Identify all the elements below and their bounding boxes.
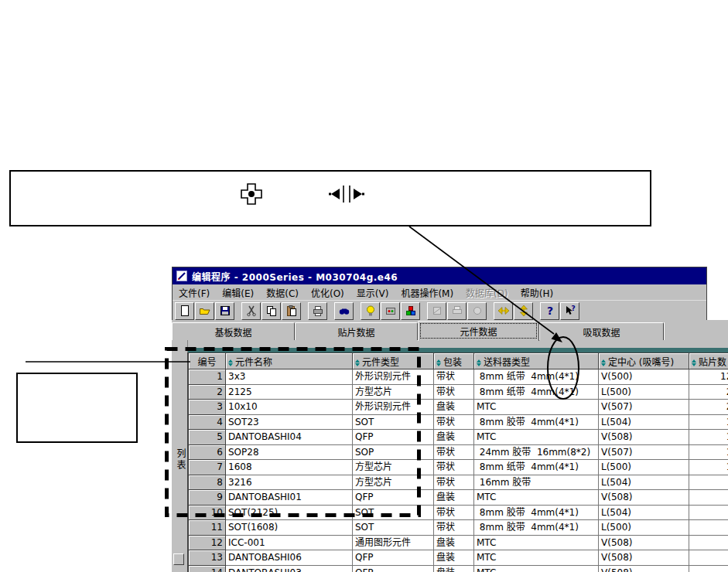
column-header[interactable]: 元件名称 bbox=[226, 353, 353, 369]
table-cell[interactable]: 9 bbox=[689, 490, 728, 506]
tab-pickup-data[interactable]: 吸取数据 bbox=[539, 322, 664, 340]
list-strip-button[interactable] bbox=[173, 553, 184, 565]
table-cell[interactable]: 带状 bbox=[434, 369, 474, 385]
menu-optimize[interactable]: 优化(O) bbox=[305, 285, 350, 300]
table-cell[interactable]: L(504) bbox=[599, 414, 689, 430]
table-cell[interactable]: L(504) bbox=[599, 475, 689, 490]
table-cell[interactable]: 8mm 纸带 4mm(4*1) bbox=[474, 369, 599, 385]
table-cell[interactable]: SOP bbox=[353, 444, 434, 460]
table-cell[interactable]: DANTOBASHI01 bbox=[226, 490, 353, 506]
table-cell[interactable]: MTC bbox=[474, 400, 599, 415]
table-cell[interactable]: 8mm 胶带 4mm(4*1) bbox=[474, 414, 599, 430]
column-header[interactable]: 定中心 (吸嘴号) bbox=[599, 353, 689, 369]
table-cell[interactable]: 124 bbox=[689, 369, 728, 385]
open-folder-icon[interactable] bbox=[195, 302, 214, 320]
menu-machine[interactable]: 机器操作(M) bbox=[395, 285, 460, 300]
table-cell[interactable]: 带状 bbox=[434, 384, 474, 400]
table-cell[interactable]: QFP bbox=[353, 565, 434, 572]
table-cell[interactable]: L(500) bbox=[599, 520, 689, 536]
table-cell[interactable]: V(508) bbox=[599, 490, 689, 506]
table-cell[interactable]: 方型芯片 bbox=[353, 475, 434, 490]
table-cell[interactable]: 盘装 bbox=[434, 490, 474, 506]
context-help-icon[interactable]: ? bbox=[560, 302, 579, 320]
table-cell[interactable]: QFP bbox=[353, 490, 434, 506]
table-cell[interactable]: MTC bbox=[474, 535, 599, 550]
table-cell[interactable]: SOT(1608) bbox=[226, 520, 353, 536]
row-number-cell[interactable]: 3 bbox=[189, 400, 226, 415]
table-cell[interactable]: 8mm 纸带 4mm(4*1) bbox=[474, 460, 599, 475]
menu-view[interactable]: 显示(V) bbox=[350, 285, 395, 300]
table-cell[interactable]: 外形识别元件 bbox=[353, 369, 434, 385]
swap-vertical-icon[interactable] bbox=[514, 302, 533, 320]
find-icon[interactable] bbox=[334, 302, 354, 320]
table-cell[interactable]: 通用图形元件 bbox=[353, 535, 434, 550]
table-cell[interactable]: V(500) bbox=[599, 369, 689, 385]
column-header[interactable]: 包装 bbox=[434, 353, 474, 369]
table-cell[interactable]: V(507) bbox=[599, 444, 689, 460]
table-cell[interactable]: 16mm 胶带 bbox=[474, 475, 599, 490]
table-cell[interactable]: SOP28 bbox=[226, 444, 353, 460]
row-number-cell[interactable]: 2 bbox=[189, 384, 226, 400]
table-cell[interactable]: 27 bbox=[689, 384, 728, 400]
row-number-cell[interactable]: 10 bbox=[189, 505, 226, 520]
table-cell[interactable]: 带状 bbox=[434, 520, 474, 536]
tab-component-data[interactable]: 元件数据 bbox=[418, 321, 539, 341]
row-number-cell[interactable]: 14 bbox=[189, 565, 226, 572]
tab-board-data[interactable]: 基板数据 bbox=[172, 322, 295, 340]
table-cell[interactable]: V(507) bbox=[599, 400, 689, 415]
table-cell[interactable]: 12 bbox=[689, 414, 728, 430]
table-cell[interactable]: 8 bbox=[689, 565, 728, 572]
table-cell[interactable]: QFP bbox=[353, 550, 434, 566]
table-cell[interactable]: L(504) bbox=[599, 505, 689, 520]
table-cell[interactable]: 8mm 胶带 4mm(4*1) bbox=[474, 520, 599, 536]
table-cell[interactable]: 2125 bbox=[226, 384, 353, 400]
paste-icon[interactable] bbox=[282, 302, 301, 320]
help-icon[interactable]: ? bbox=[540, 302, 559, 320]
table-cell[interactable]: 盘装 bbox=[434, 535, 474, 550]
table-cell[interactable]: MTC bbox=[474, 550, 599, 566]
table-cell[interactable]: 20 bbox=[689, 400, 728, 415]
table-cell[interactable]: SOT23 bbox=[226, 414, 353, 430]
menu-file[interactable]: 文件(F) bbox=[173, 285, 216, 300]
table-cell[interactable]: 8mm 纸带 4mm(4*1) bbox=[474, 384, 599, 400]
swap-horizontal-icon[interactable] bbox=[494, 302, 513, 320]
print-icon[interactable] bbox=[308, 302, 327, 320]
cut-icon[interactable] bbox=[241, 302, 261, 320]
table-cell[interactable]: 11 bbox=[689, 444, 728, 460]
tab-placement-data[interactable]: 贴片数据 bbox=[295, 322, 418, 340]
table-cell[interactable]: 盘装 bbox=[434, 565, 474, 572]
row-number-cell[interactable]: 8 bbox=[189, 475, 226, 490]
table-cell[interactable]: SOT bbox=[353, 414, 434, 430]
table-cell[interactable]: DANTOBASHI03 bbox=[226, 565, 353, 572]
table-cell[interactable]: QFP bbox=[353, 430, 434, 445]
list-side-tab[interactable]: 列表 bbox=[172, 340, 188, 572]
row-number-cell[interactable]: 11 bbox=[189, 520, 226, 536]
table-cell[interactable]: 8 bbox=[689, 550, 728, 566]
table-cell[interactable]: 带状 bbox=[434, 505, 474, 520]
table-cell[interactable]: 1608 bbox=[226, 460, 353, 475]
table-cell[interactable]: ICC-001 bbox=[226, 535, 353, 550]
table-cell[interactable]: 带状 bbox=[434, 444, 474, 460]
table-cell[interactable]: DANTOBASHI04 bbox=[226, 430, 353, 445]
table-cell[interactable]: 8 bbox=[689, 535, 728, 550]
row-number-cell[interactable]: 13 bbox=[189, 550, 226, 566]
table-cell[interactable]: L(500) bbox=[599, 460, 689, 475]
table-cell[interactable]: MTC bbox=[474, 565, 599, 572]
table-cell[interactable]: MTC bbox=[474, 490, 599, 506]
table-cell[interactable]: 外形识别元件 bbox=[353, 400, 434, 415]
copy-icon[interactable] bbox=[261, 302, 281, 320]
table-cell[interactable]: 方型芯片 bbox=[353, 384, 434, 400]
row-number-cell[interactable]: 1 bbox=[189, 369, 226, 385]
table-cell[interactable]: 3x3 bbox=[226, 369, 353, 385]
column-header[interactable]: 送料器类型 bbox=[474, 353, 599, 369]
table-cell[interactable]: 10 bbox=[689, 460, 728, 475]
row-number-cell[interactable]: 5 bbox=[189, 430, 226, 445]
menu-help[interactable]: 帮助(H) bbox=[514, 285, 559, 300]
table-cell[interactable]: 带状 bbox=[434, 475, 474, 490]
save-icon[interactable] bbox=[215, 302, 234, 320]
table-cell[interactable]: 盘装 bbox=[434, 430, 474, 445]
table-cell[interactable]: L(500) bbox=[599, 384, 689, 400]
table-cell[interactable]: 10x10 bbox=[226, 400, 353, 415]
table-cell[interactable]: 带状 bbox=[434, 414, 474, 430]
menu-edit[interactable]: 编辑(E) bbox=[216, 285, 260, 300]
